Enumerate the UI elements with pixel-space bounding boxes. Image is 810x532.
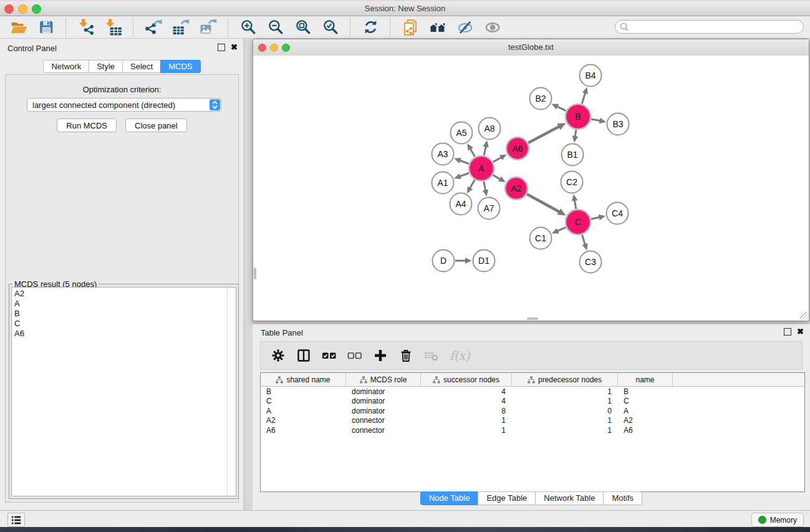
export-network-button[interactable] <box>143 17 164 37</box>
horizontal-scrollbar-thumb[interactable] <box>527 317 538 320</box>
export-table-button[interactable] <box>170 17 191 37</box>
mcds-result-list[interactable]: A2ABCA6 <box>11 287 236 496</box>
edge-B-B4[interactable] <box>582 92 586 104</box>
control-panel: Control Panel ✖ NetworkStyleSelectMCDS O… <box>0 39 244 510</box>
toolbar-separator <box>390 18 391 37</box>
network-window-titlebar[interactable]: testGlobe.txt <box>253 39 809 56</box>
optimization-criterion-select[interactable]: largest connected component (directed) <box>27 98 221 112</box>
control-tab-mcds[interactable]: MCDS <box>160 60 200 73</box>
optimization-criterion-label: Optimization criterion: <box>6 85 238 94</box>
close-panel-icon[interactable]: ✖ <box>231 44 238 51</box>
add-column-icon <box>374 349 387 362</box>
network-canvas[interactable]: B4B2BB3A5A8A6B1A3AA1C2A2A4A7C4CC1C3DD1 <box>253 56 809 321</box>
deselect-all-button[interactable] <box>347 348 362 363</box>
table-row[interactable]: A6connector11A6 <box>261 425 804 435</box>
refresh-button[interactable] <box>360 17 381 37</box>
table-row[interactable]: Adominator80A <box>261 406 804 416</box>
dropdown-stepper-icon <box>210 99 220 110</box>
edge-A2-C[interactable] <box>527 194 560 212</box>
first-neighbors-button[interactable] <box>427 17 448 37</box>
mcds-result-item[interactable]: B <box>12 309 236 319</box>
new-network-from-selection-button[interactable] <box>400 17 421 37</box>
zoom-in-icon <box>240 19 257 36</box>
column-header-MCDS-role[interactable]: MCDS role <box>346 373 421 386</box>
edge-A-A8[interactable] <box>484 145 486 155</box>
edge-C-C4[interactable] <box>591 217 600 219</box>
zoom-selected-button[interactable] <box>320 17 341 37</box>
column-header-successor-nodes[interactable]: successor nodes <box>421 373 512 386</box>
import-table-button[interactable] <box>103 17 124 37</box>
column-header-name[interactable]: name <box>618 373 673 386</box>
column-header-label: name <box>635 375 654 384</box>
node-label-A8: A8 <box>484 123 494 133</box>
table-panel: Table Panel ✖ f(x) shared nameMCDS roles… <box>253 324 810 510</box>
mcds-result-item[interactable]: C <box>12 319 236 329</box>
vertical-scrollbar-thumb[interactable] <box>254 268 256 279</box>
result-list-scrollbar[interactable] <box>227 288 236 496</box>
mcds-result-item[interactable]: A6 <box>12 329 236 339</box>
task-history-button[interactable] <box>7 513 25 527</box>
edge-C-C2[interactable] <box>574 200 576 209</box>
control-tab-select[interactable]: Select <box>122 60 161 73</box>
edge-A-A7[interactable] <box>484 181 486 191</box>
edge-A-A5[interactable] <box>470 148 475 157</box>
table-row[interactable]: A2connector11A2 <box>261 416 804 426</box>
column-header-shared-name[interactable]: shared name <box>261 373 346 386</box>
hide-selected-button[interactable] <box>455 17 476 37</box>
column-header-predecessor-nodes[interactable]: predecessor nodes <box>512 373 618 386</box>
close-panel-button[interactable]: Close panel <box>125 118 187 132</box>
control-tab-network[interactable]: Network <box>43 60 89 73</box>
tab-node-table[interactable]: Node Table <box>420 491 479 505</box>
select-all-button[interactable] <box>322 348 337 363</box>
edge-A-A4[interactable] <box>470 180 475 189</box>
table-settings-gear-button[interactable] <box>271 348 286 363</box>
delete-columns-button[interactable] <box>398 348 413 363</box>
resize-grip-icon[interactable] <box>800 312 808 320</box>
toolbar-separator <box>228 18 229 37</box>
table-row[interactable]: Bdominator41B <box>261 387 804 397</box>
table-cell: 4 <box>421 387 512 396</box>
zoom-in-button[interactable] <box>238 17 259 37</box>
edge-C-C1[interactable] <box>557 228 566 231</box>
open-file-icon <box>10 19 27 36</box>
edge-A-A1[interactable] <box>459 173 469 177</box>
tab-edge-table[interactable]: Edge Table <box>478 491 536 505</box>
tab-motifs[interactable]: Motifs <box>603 491 642 505</box>
run-mcds-button[interactable]: Run MCDS <box>57 118 117 132</box>
node-label-A5: A5 <box>456 128 466 138</box>
zoom-out-button[interactable] <box>265 17 286 37</box>
deselect-all-icon <box>347 349 362 362</box>
node-label-C: C <box>575 217 581 227</box>
table-row[interactable]: Cdominator41C <box>261 397 804 407</box>
edge-A-A3[interactable] <box>459 160 469 164</box>
edge-C-C3[interactable] <box>582 235 585 246</box>
table-cell: A <box>261 407 346 415</box>
save-session-button[interactable] <box>36 17 57 37</box>
node-label-B2: B2 <box>535 94 546 104</box>
add-column-button[interactable] <box>373 348 388 363</box>
mcds-result-item[interactable]: A2 <box>12 289 236 299</box>
search-input[interactable] <box>629 22 803 32</box>
column-header-label: successor nodes <box>443 375 499 384</box>
delete-table-button <box>424 348 439 363</box>
zoom-fit-button[interactable] <box>292 17 314 37</box>
close-table-panel-icon[interactable]: ✖ <box>797 329 804 335</box>
tab-network-table[interactable]: Network Table <box>535 491 604 505</box>
edge-A-A2[interactable] <box>493 175 501 180</box>
table-body: Bdominator41BCdominator41CAdominator80AA… <box>261 387 804 435</box>
float-panel-icon[interactable] <box>218 44 225 51</box>
edge-A6-B[interactable] <box>528 126 560 143</box>
float-table-panel-icon[interactable] <box>784 328 791 336</box>
import-network-button[interactable] <box>75 17 97 37</box>
edge-B-B3[interactable] <box>591 119 600 121</box>
node-table: shared nameMCDS rolesuccessor nodesprede… <box>260 372 805 492</box>
edge-B-B2[interactable] <box>556 106 566 110</box>
memory-button[interactable]: Memory <box>751 513 804 527</box>
control-tab-style[interactable]: Style <box>89 60 123 73</box>
search-box[interactable] <box>615 20 804 34</box>
edge-A-A6[interactable] <box>493 157 502 162</box>
open-file-button[interactable] <box>8 17 29 37</box>
export-image-button[interactable] <box>198 17 219 37</box>
mcds-result-item[interactable]: A <box>12 299 236 309</box>
show-columns-button[interactable] <box>296 348 311 363</box>
